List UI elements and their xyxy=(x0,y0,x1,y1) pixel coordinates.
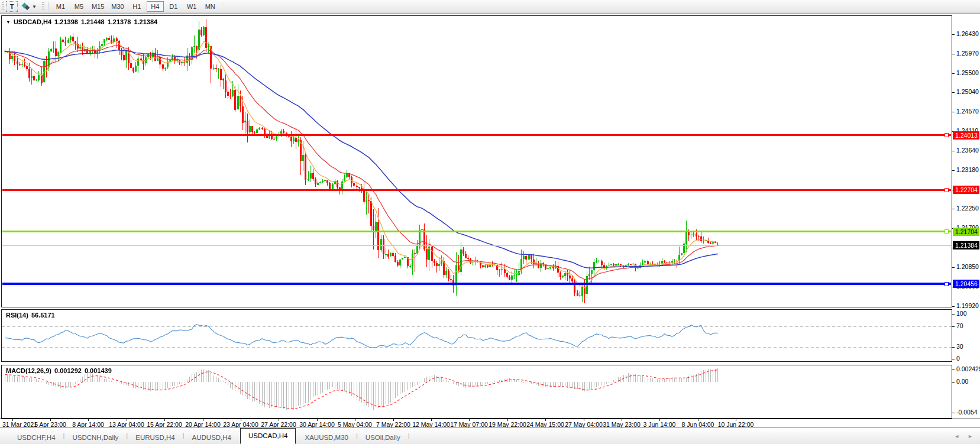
timeframe-button-w1[interactable]: W1 xyxy=(183,1,200,12)
resistance-line-1-price-label: 1.24013 xyxy=(953,131,979,140)
macd-level-label: -0.0054 xyxy=(956,409,978,416)
quote-low: 1.21378 xyxy=(108,18,131,25)
timeframe-button-m30[interactable]: M30 xyxy=(108,1,127,12)
chart-tab-usdcnh[interactable]: USDCNH,Daily xyxy=(64,432,126,444)
macd-level-label: 0.00 xyxy=(956,378,968,385)
chart-tab-usdchf[interactable]: USDCHF,H4 xyxy=(9,432,63,444)
support-line-green[interactable] xyxy=(2,231,951,232)
price-axis-tick-label: 1.25970 xyxy=(956,50,979,57)
macd-indicator-pane: MACD(12,26,9)0.0012920.001439 xyxy=(1,365,952,419)
rsi-level-label: 0 xyxy=(956,355,960,362)
chart-tab-usdcad[interactable]: USDCAD,H4 xyxy=(240,428,296,444)
quote-close: 1.21384 xyxy=(134,18,157,25)
price-axis-tick xyxy=(952,34,955,35)
timeframe-button-h4[interactable]: H4 xyxy=(147,1,164,12)
price-axis-tick xyxy=(952,209,955,209)
chart-tab-eurusd[interactable]: EURUSD,H4 xyxy=(128,432,182,444)
tab-scroll-left-icon[interactable]: ◄ xyxy=(954,434,959,439)
top-toolbar: T ▼ M1M5M15M30H1H4D1W1MN xyxy=(0,0,980,14)
macd-axis-tick xyxy=(952,413,955,413)
rsi-axis-tick xyxy=(952,347,955,348)
text-label-tool-button[interactable]: T xyxy=(6,1,18,12)
chart-tab-bar: USDCHF,H4|USDCNH,Daily|EURUSD,H4|AUDUSD,… xyxy=(0,427,980,444)
rsi-indicator-pane: RSI(14)56.5171 xyxy=(1,309,952,362)
timeframe-button-d1[interactable]: D1 xyxy=(165,1,182,12)
price-axis-tick-label: 1.23640 xyxy=(956,147,979,154)
timeframe-button-mn[interactable]: MN xyxy=(202,1,219,12)
timeframe-buttons: M1M5M15M30H1H4D1W1MN xyxy=(51,1,219,12)
rsi-label: RSI(14)56.5171 xyxy=(6,312,55,319)
rsi-canvas[interactable] xyxy=(2,310,952,361)
macd-level-label: 0.002429 xyxy=(956,365,980,372)
timeframe-button-m1[interactable]: M1 xyxy=(52,1,69,12)
timeframe-button-m5[interactable]: M5 xyxy=(70,1,88,12)
time-axis[interactable]: 31 Mar 20215 Apr 23:008 Apr 14:0013 Apr … xyxy=(0,419,980,428)
support-line-green-handle[interactable] xyxy=(945,229,949,234)
price-axis-tick xyxy=(952,267,955,268)
style-arrows-icon xyxy=(22,3,30,10)
tab-separator: | xyxy=(408,432,410,439)
price-axis-tick xyxy=(952,112,955,112)
main-chart-pane: ▼ USDCAD,H4 1.21398 1.21448 1.21378 1.21… xyxy=(1,15,952,307)
price-axis-tick-label: 1.19920 xyxy=(956,302,979,309)
price-axis-tick xyxy=(952,54,955,54)
resistance-line-1[interactable] xyxy=(2,134,951,136)
chevron-down-icon: ▼ xyxy=(32,4,37,9)
price-axis-tick xyxy=(952,151,955,151)
chart-tab-xauusd[interactable]: XAUUSD,M30 xyxy=(297,432,356,444)
bid-price-line xyxy=(2,245,951,246)
quote-high: 1.21448 xyxy=(81,18,105,25)
support-line-blue[interactable] xyxy=(2,283,951,285)
tab-scroll-right-icon[interactable]: ► xyxy=(968,434,973,439)
price-axis-tick xyxy=(952,306,955,307)
toolbar-grip[interactable] xyxy=(42,2,44,11)
price-axis-tick-label: 1.23180 xyxy=(956,166,979,173)
support-line-green-price-label: 1.21704 xyxy=(953,228,979,236)
price-axis-tick xyxy=(952,73,955,74)
symbol-period-label: USDCAD,H4 xyxy=(14,18,51,25)
chart-style-dropdown-button[interactable]: ▼ xyxy=(19,1,40,12)
one-click-trading-toggle-icon[interactable]: ▼ xyxy=(6,20,11,25)
rsi-axis-tick xyxy=(952,314,955,315)
price-axis-tick-label: 1.25500 xyxy=(956,69,979,76)
rsi-axis-tick xyxy=(952,326,955,327)
toolbar-separator xyxy=(222,2,223,11)
macd-label: MACD(12,26,9)0.0012920.001439 xyxy=(6,367,112,374)
toolbar-grip[interactable] xyxy=(2,2,4,11)
timeframe-button-h1[interactable]: H1 xyxy=(128,1,145,12)
chart-title: ▼ USDCAD,H4 1.21398 1.21448 1.21378 1.21… xyxy=(6,18,157,25)
price-axis-tick xyxy=(952,170,955,171)
price-axis-tick-label: 1.24570 xyxy=(956,108,979,115)
quote-open: 1.21398 xyxy=(54,18,78,25)
price-axis-tick-label: 1.26430 xyxy=(956,30,979,37)
chart-tab-audusd[interactable]: AUDUSD,H4 xyxy=(185,432,239,444)
timeframe-button-m15[interactable]: M15 xyxy=(89,1,107,12)
toolbar-separator xyxy=(48,2,49,11)
macd-axis-tick xyxy=(952,370,955,370)
chart-tab-usoil[interactable]: USOil,Daily xyxy=(358,432,408,444)
rsi-level-label: 30 xyxy=(956,343,963,350)
price-axis-tick xyxy=(952,92,955,93)
price-axis-tick-label: 1.22250 xyxy=(956,205,979,212)
resistance-line-2[interactable] xyxy=(2,189,951,191)
macd-canvas[interactable] xyxy=(2,365,952,418)
resistance-line-1-handle[interactable] xyxy=(945,133,949,137)
support-line-blue-handle[interactable] xyxy=(945,282,949,286)
support-line-blue-price-label: 1.20456 xyxy=(953,280,979,288)
rsi-level-label: 70 xyxy=(956,322,963,329)
main-chart-canvas[interactable] xyxy=(2,16,952,307)
bid-price-label: 1.21384 xyxy=(953,241,979,249)
tab-scroll-arrows: ◄ ► xyxy=(954,434,973,439)
macd-axis-tick xyxy=(952,382,955,383)
mt4-terminal-window: T ▼ M1M5M15M30H1H4D1W1MN ▼ USDCAD,H4 1.2… xyxy=(0,0,980,444)
rsi-axis-tick xyxy=(952,359,955,359)
price-axis-tick-label: 1.20850 xyxy=(956,263,979,270)
rsi-level-label: 100 xyxy=(956,310,967,317)
resistance-line-2-price-label: 1.22704 xyxy=(953,186,979,194)
resistance-line-2-handle[interactable] xyxy=(945,188,949,192)
price-axis-tick-label: 1.25040 xyxy=(956,88,979,95)
